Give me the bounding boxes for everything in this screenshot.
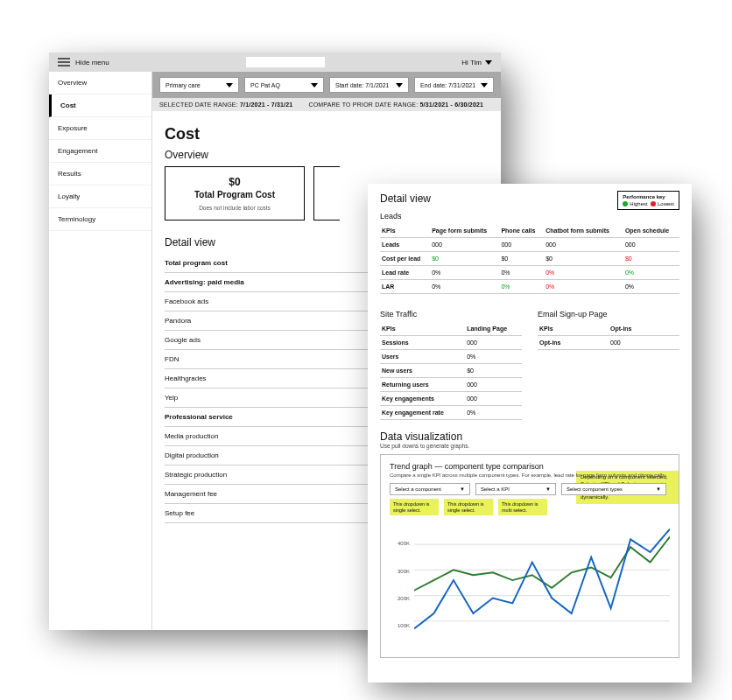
hint-3: This dropdown is multi select.: [498, 499, 547, 515]
select-kpi[interactable]: Select a KPI▼: [475, 483, 556, 495]
site-traffic-heading: Site Traffic: [380, 310, 522, 318]
chevron-down-icon: [226, 83, 233, 88]
sidebar-item-cost[interactable]: Cost: [49, 94, 151, 117]
sidebar-item-exposure[interactable]: Exposure: [49, 117, 151, 140]
site-traffic-table: KPIsLanding PageSessions000Users0%New us…: [380, 322, 522, 420]
hamburger-icon[interactable]: [58, 58, 70, 66]
sidebar: Overview Cost Exposure Engagement Result…: [49, 72, 152, 630]
range-bar: SELECTED DATE RANGE: 7/1/2021 - 7/31/21 …: [152, 98, 501, 111]
leads-heading: Leads: [380, 212, 679, 220]
detail-panel: Detail view Performance key Highest Lowe…: [368, 184, 692, 682]
greeting-label: Hi Tim: [461, 59, 482, 66]
total-cost-sub: Does not include labor costs: [178, 205, 292, 211]
chevron-down-icon[interactable]: [485, 60, 492, 65]
select-component[interactable]: Select a component▼: [390, 483, 470, 495]
dot-highest-icon: [623, 201, 628, 206]
chevron-down-icon: [481, 83, 488, 88]
chevron-down-icon: [396, 83, 403, 88]
sidebar-item-engagement[interactable]: Engagement: [49, 140, 151, 163]
hide-menu-label[interactable]: Hide menu: [75, 59, 109, 66]
sidebar-item-results[interactable]: Results: [49, 163, 151, 186]
sidebar-item-overview[interactable]: Overview: [49, 72, 151, 94]
sidebar-item-terminology[interactable]: Terminology: [49, 208, 151, 231]
filter-practice[interactable]: Primary care: [159, 77, 239, 93]
overview-heading: Overview: [165, 149, 489, 161]
filter-end-date[interactable]: End date: 7/31/2021: [414, 77, 494, 93]
performance-key: Performance key Highest Lowest: [617, 191, 679, 210]
filter-program[interactable]: PC Pat AQ: [244, 77, 324, 93]
leads-table: KPIsPage form submitsPhone callsChatbot …: [380, 224, 679, 294]
total-cost-title: Total Program Cost: [178, 190, 292, 200]
data-viz-title: Data visualization: [380, 430, 679, 443]
hint-1: This dropdown is single select.: [390, 499, 439, 515]
topbar: Hide menu Hi Tim: [49, 52, 501, 72]
trend-card: Trend graph — component type comparison …: [380, 454, 679, 658]
trend-sub: Compare a single KPI across multiple com…: [390, 472, 670, 478]
email-table: KPIsOpt-insOpt-ins000: [538, 322, 679, 350]
total-cost-card: $0 Total Program Cost Does not include l…: [165, 166, 305, 220]
card-cutoff: [313, 166, 340, 220]
chevron-down-icon: [311, 83, 318, 88]
brand-placeholder: [246, 57, 325, 67]
hint-2: This dropdown is single select.: [444, 499, 493, 515]
select-component-types[interactable]: Select component types▼: [561, 483, 666, 495]
dot-lowest-icon: [651, 201, 656, 206]
total-cost-value: $0: [178, 176, 292, 188]
page-title: Cost: [165, 125, 489, 144]
filter-bar: Primary care PC Pat AQ Start date: 7/1/2…: [152, 72, 501, 98]
trend-chart: 400K300K200K100K: [390, 519, 670, 650]
data-viz-sub: Use pull downs to generate graphs.: [380, 443, 679, 449]
filter-start-date[interactable]: Start date: 7/1/2021: [329, 77, 409, 93]
email-heading: Email Sign-up Page: [538, 310, 679, 318]
trend-title: Trend graph — component type comparison: [390, 462, 670, 471]
sidebar-item-loyalty[interactable]: Loyalty: [49, 186, 151, 208]
